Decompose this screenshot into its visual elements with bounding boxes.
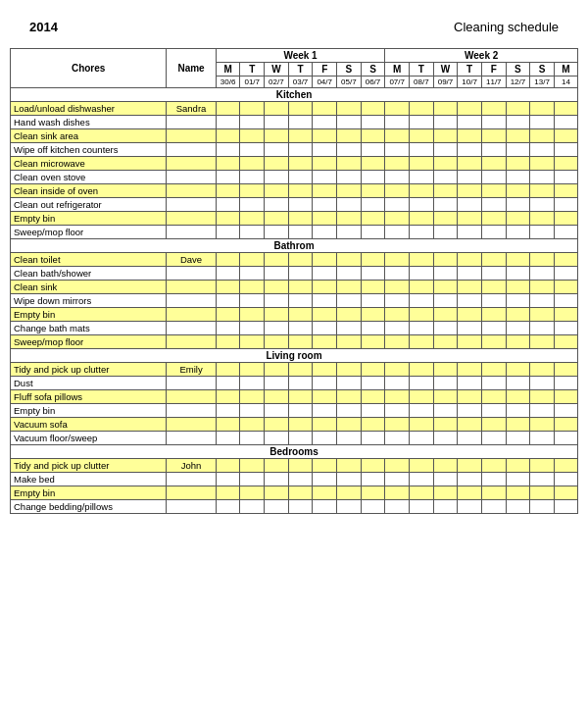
chore-day-2-0-11	[481, 363, 506, 377]
chore-row-3-3: Change bedding/pillows	[11, 500, 578, 514]
chore-day-1-2-10	[458, 281, 482, 294]
chore-day-2-4-3	[288, 418, 313, 432]
chore-label-1-6: Sweep/mop floor	[11, 335, 167, 349]
chore-day-1-3-11	[481, 294, 506, 308]
chore-day-2-4-2	[265, 418, 289, 432]
chore-day-1-4-14	[554, 308, 577, 322]
chore-day-1-3-13	[530, 294, 555, 308]
chore-name-0-4	[167, 157, 216, 171]
chore-day-0-4-0	[216, 157, 240, 171]
chore-day-0-8-0	[216, 212, 240, 226]
chore-day-3-0-12	[506, 459, 530, 473]
chore-row-0-1: Hand wash dishes	[11, 116, 578, 129]
chore-day-0-9-10	[458, 226, 482, 239]
chore-name-1-1	[167, 267, 216, 281]
chore-day-2-3-2	[265, 404, 289, 418]
chore-name-2-5	[167, 432, 216, 445]
date-13: 13/7	[530, 77, 555, 88]
section-title-1: Bathrom	[11, 239, 578, 253]
chore-day-0-2-3	[288, 129, 313, 143]
chore-day-0-0-1	[240, 102, 265, 116]
chore-row-0-4: Clean microwave	[11, 157, 578, 171]
chore-row-1-0: Clean toiletDave	[11, 253, 578, 267]
chore-day-1-1-0	[216, 267, 240, 281]
chore-day-3-0-4	[313, 459, 337, 473]
chore-day-2-2-4	[313, 390, 337, 404]
chore-label-3-2: Empty bin	[11, 486, 167, 500]
chore-label-0-7: Clean out refrigerator	[11, 198, 167, 212]
schedule-table: Chores Name Week 1 Week 2 M T W T F S S …	[10, 48, 578, 514]
chore-day-1-0-12	[506, 253, 530, 267]
chore-day-2-1-7	[385, 377, 410, 390]
chore-day-3-2-10	[458, 486, 482, 500]
chore-name-3-3	[167, 500, 216, 514]
chore-day-0-7-7	[385, 198, 410, 212]
w1-day-2: W	[265, 63, 289, 77]
chore-day-0-7-10	[458, 198, 482, 212]
chore-label-1-2: Clean sink	[11, 281, 167, 294]
chore-day-0-6-1	[240, 184, 265, 198]
chore-day-0-5-6	[361, 171, 385, 184]
chore-day-0-7-8	[410, 198, 434, 212]
chore-label-0-6: Clean inside of oven	[11, 184, 167, 198]
chore-day-2-4-4	[313, 418, 337, 432]
date-7: 07/7	[385, 77, 410, 88]
chore-day-0-3-2	[265, 143, 289, 157]
chore-day-0-5-4	[313, 171, 337, 184]
chore-day-0-6-6	[361, 184, 385, 198]
chore-label-2-3: Empty bin	[11, 404, 167, 418]
chore-name-0-9	[167, 226, 216, 239]
chore-day-1-0-3	[288, 253, 313, 267]
chore-day-1-1-3	[288, 267, 313, 281]
chore-day-2-0-1	[240, 363, 265, 377]
section-title-0: Kitchen	[11, 88, 578, 102]
chore-day-2-3-9	[433, 404, 458, 418]
chore-label-1-5: Change bath mats	[11, 322, 167, 335]
chore-day-0-8-11	[481, 212, 506, 226]
chore-day-2-4-14	[554, 418, 577, 432]
chore-day-2-2-13	[530, 390, 555, 404]
chore-day-2-3-10	[458, 404, 482, 418]
chore-day-3-3-10	[458, 500, 482, 514]
chore-day-0-0-14	[554, 102, 577, 116]
chore-day-1-0-14	[554, 253, 577, 267]
chore-day-0-8-1	[240, 212, 265, 226]
chore-day-0-2-4	[313, 129, 337, 143]
table-body: KitchenLoad/unload dishwasherSandraHand …	[11, 88, 578, 514]
page-title: Cleaning schedule	[454, 20, 559, 34]
chore-day-1-0-4	[313, 253, 337, 267]
chore-day-0-5-7	[385, 171, 410, 184]
chore-day-3-1-0	[216, 473, 240, 486]
chore-day-1-6-3	[288, 335, 313, 349]
chore-day-1-0-5	[337, 253, 362, 267]
chore-day-0-7-12	[506, 198, 530, 212]
chore-day-0-6-9	[433, 184, 458, 198]
date-0: 30/6	[216, 77, 240, 88]
chore-day-1-3-1	[240, 294, 265, 308]
chore-day-0-3-13	[530, 143, 555, 157]
chore-day-3-0-2	[265, 459, 289, 473]
chore-day-2-1-9	[433, 377, 458, 390]
chore-day-3-3-13	[530, 500, 555, 514]
w2-day-2: W	[433, 63, 458, 77]
chore-day-1-5-3	[288, 322, 313, 335]
chore-day-0-7-3	[288, 198, 313, 212]
chore-day-0-9-12	[506, 226, 530, 239]
chore-label-0-1: Hand wash dishes	[11, 116, 167, 129]
chore-day-1-6-13	[530, 335, 555, 349]
chore-name-0-3	[167, 143, 216, 157]
chore-day-2-2-1	[240, 390, 265, 404]
chore-day-2-0-3	[288, 363, 313, 377]
chore-day-0-9-4	[313, 226, 337, 239]
chore-day-0-0-13	[530, 102, 555, 116]
chore-day-3-1-9	[433, 473, 458, 486]
chore-day-2-5-4	[313, 432, 337, 445]
chore-day-2-1-6	[361, 377, 385, 390]
date-8: 08/7	[410, 77, 434, 88]
chore-day-1-3-12	[506, 294, 530, 308]
chore-day-1-1-9	[433, 267, 458, 281]
chore-day-0-1-2	[265, 116, 289, 129]
chore-day-2-1-10	[458, 377, 482, 390]
chore-day-0-6-7	[385, 184, 410, 198]
chore-day-0-8-4	[313, 212, 337, 226]
